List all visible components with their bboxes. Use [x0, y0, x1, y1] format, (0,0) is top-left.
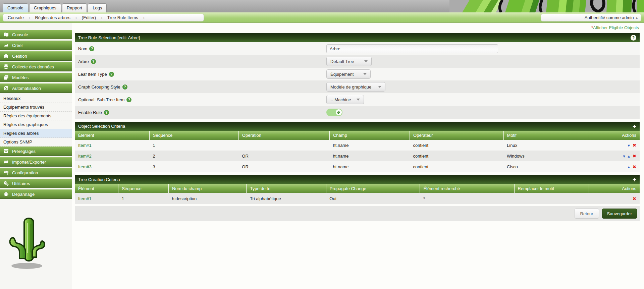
breadcrumb-separator: › — [72, 15, 80, 20]
sidebar-item-label: Créer — [12, 43, 23, 48]
field-label: Graph Grouping Style — [78, 84, 120, 90]
table-header-row: Élément Séquence Opération Champ Opérate… — [75, 131, 640, 140]
delete-icon[interactable]: ✖ — [633, 143, 636, 148]
column-header: Élément recherché — [420, 184, 514, 193]
column-header: Élément — [75, 131, 149, 140]
auth-user-label: Authentifié comme admin — [585, 15, 634, 20]
sidebar-item-utilitaires[interactable]: Utilitaires — [0, 179, 72, 188]
action-button-band: Retour Sauvegarder — [75, 206, 640, 221]
column-header: Remplacer le motif — [514, 184, 589, 193]
column-header: Type de tri — [247, 184, 326, 193]
tree-creation-criteria-panel: Tree Creation Criteria + Élément Séquenc… — [75, 175, 640, 204]
help-icon[interactable]: ? — [104, 110, 109, 115]
move-down-icon[interactable]: ▼ — [622, 154, 626, 158]
move-up-icon[interactable]: ▲ — [627, 165, 631, 169]
sidebar-item-depannage[interactable]: Dépannage — [0, 189, 72, 199]
help-icon[interactable]: ? — [126, 97, 131, 102]
sidebar-item-automatisation[interactable]: Automatisation — [0, 83, 72, 93]
sidebar-item-gestion[interactable]: Gestion — [0, 51, 72, 61]
cell-field-name: h.description — [169, 193, 247, 204]
sub-tree-item-select[interactable]: -- Machine — [326, 95, 364, 104]
sidebar-item-regles-des-equipements[interactable]: Règles des équipements — [0, 112, 72, 120]
tab-logs[interactable]: Logs — [88, 3, 107, 12]
save-button[interactable]: Sauvegarder — [602, 209, 637, 219]
cell-pattern: Windows — [503, 151, 588, 161]
sidebar-item-equipements-trouves[interactable]: Equipements trouvés — [0, 103, 72, 112]
help-icon[interactable]: ? — [91, 59, 96, 64]
sidebar-item-console[interactable]: Console — [0, 30, 72, 39]
breadcrumb-bar: Console › Règles des arbres › (Editer) ›… — [0, 12, 644, 23]
sidebar-item-collecte[interactable]: Collecte des données — [0, 62, 72, 71]
breadcrumb-item-console[interactable]: Console — [6, 15, 25, 20]
field-label: Arbre — [78, 59, 89, 64]
sidebar-item-prereglages[interactable]: Préréglages — [0, 147, 72, 156]
column-header: Opérateur — [410, 131, 504, 140]
sidebar: Console Créer Gestion Collecte des donné… — [0, 23, 72, 289]
panel-title: Object Selection Criteria — [78, 124, 125, 129]
clone-icon — [3, 75, 9, 80]
breadcrumb-separator: › — [140, 15, 148, 20]
column-header: Séquence — [118, 184, 169, 193]
cell-field: ht.name — [329, 140, 410, 151]
delete-icon[interactable]: ✖ — [633, 164, 636, 169]
select-value: Modèle de graphique — [330, 84, 371, 90]
tab-rapport[interactable]: Rapport — [62, 3, 87, 12]
sidebar-item-options-snmp[interactable]: Options SNMP — [0, 138, 72, 147]
sidebar-item-modeles[interactable]: Modèles — [0, 73, 72, 82]
exchange-icon — [3, 159, 9, 165]
sidebar-item-label: Configuration — [12, 170, 38, 175]
move-up-icon[interactable]: ▲ — [627, 154, 631, 158]
object-selection-table: Élément Séquence Opération Champ Opérate… — [75, 131, 640, 172]
tree-rule-selection-header: Tree Rule Selection [edit: Arbre] ? — [75, 33, 640, 42]
item-link[interactable]: Item#1 — [78, 196, 92, 201]
form-row-nom: Nom? — [75, 42, 640, 55]
move-down-icon[interactable]: ▼ — [627, 143, 631, 148]
sidebar-item-regles-des-graphiques[interactable]: Règles des graphiques — [0, 120, 72, 129]
cell-replace — [514, 193, 589, 204]
breadcrumb-item-tree-rule-items[interactable]: Tree Rule Items — [106, 15, 140, 20]
add-criteria-icon[interactable]: + — [633, 176, 636, 183]
help-icon[interactable]: ? — [109, 72, 114, 77]
automation-icon — [3, 85, 9, 91]
tab-console[interactable]: Console — [3, 3, 28, 12]
chevron-down-icon — [357, 99, 360, 101]
help-icon[interactable]: ? — [89, 46, 94, 51]
breadcrumb-item-regles-des-arbres[interactable]: Règles des arbres — [34, 15, 72, 20]
column-header: Actions — [589, 184, 640, 193]
item-link[interactable]: Item#2 — [78, 154, 92, 159]
leaf-item-type-select[interactable]: Équipement — [326, 69, 371, 79]
cell-sequence: 3 — [149, 161, 238, 172]
sidebar-item-creer[interactable]: Créer — [0, 41, 72, 50]
cell-operation: OR — [238, 151, 329, 161]
help-icon[interactable]: ? — [122, 84, 127, 90]
enable-rule-toggle[interactable] — [326, 109, 342, 116]
back-button[interactable]: Retour — [575, 209, 599, 219]
delete-icon[interactable]: ✖ — [633, 154, 636, 159]
breadcrumb-item-editer[interactable]: (Editer) — [80, 15, 98, 20]
field-label: Nom — [78, 46, 87, 51]
sidebar-item-configuration[interactable]: Configuration — [0, 168, 72, 177]
delete-icon[interactable]: ✖ — [633, 196, 636, 201]
chevron-up-icon: ▴ — [636, 15, 638, 20]
field-label: Enable Rule — [78, 110, 102, 115]
sidebar-item-reseaux[interactable]: Réseaux — [0, 94, 72, 103]
sidebar-item-importer-exporter[interactable]: Importer/Exporter — [0, 157, 72, 167]
column-header: Élément — [75, 184, 118, 193]
table-row: Item#1 1 ht.name contient Linux ▼✖ — [75, 140, 640, 151]
arbre-select[interactable]: Default Tree — [326, 57, 372, 66]
column-header: Champ — [329, 131, 410, 140]
sidebar-item-regles-des-arbres[interactable]: Règles des arbres — [0, 129, 72, 138]
item-link[interactable]: Item#1 — [78, 143, 92, 148]
chevron-down-icon — [378, 86, 381, 88]
add-criteria-icon[interactable]: + — [633, 123, 636, 129]
tab-graphiques[interactable]: Graphiques — [29, 3, 61, 12]
sidebar-item-label: Modèles — [12, 75, 29, 80]
top-tab-bar: Console Graphiques Rapport Logs — [0, 0, 644, 12]
help-icon[interactable]: ? — [631, 35, 636, 41]
item-link[interactable]: Item#3 — [78, 164, 92, 169]
auth-user-button[interactable]: Authentifié comme admin ▴ — [541, 14, 641, 21]
cell-operator: contient — [410, 151, 504, 161]
graph-grouping-style-select[interactable]: Modèle de graphique — [326, 82, 385, 92]
nom-input[interactable] — [326, 44, 498, 53]
show-eligible-objects-link[interactable]: Afficher Eligible Objects — [593, 25, 639, 30]
